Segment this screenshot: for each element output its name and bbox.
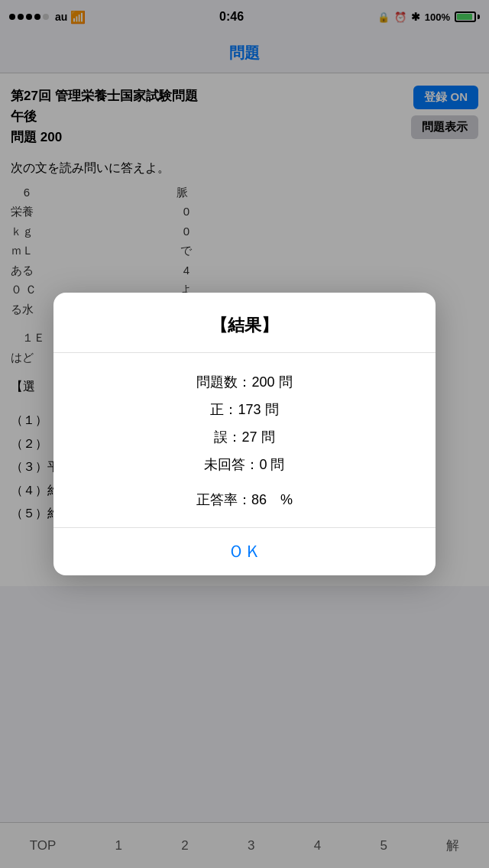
modal-overlay: 【結果】 問題数：200 問 正：173 問 誤：27 問 未回答：0 問 正答… [0,0,489,868]
incorrect-count: 誤：27 問 [72,423,417,451]
result-modal: 【結果】 問題数：200 問 正：173 問 誤：27 問 未回答：0 問 正答… [53,293,436,575]
modal-title: 【結果】 [72,314,417,337]
ok-button[interactable]: ＯＫ [72,528,417,575]
modal-divider-top [53,352,436,353]
accuracy-rate: 正答率：86 % [72,491,417,509]
unanswered-count: 未回答：0 問 [72,451,417,478]
modal-stats: 問題数：200 問 正：173 問 誤：27 問 未回答：0 問 [72,368,417,478]
correct-count: 正：173 問 [72,396,417,423]
total-count: 問題数：200 問 [72,368,417,396]
